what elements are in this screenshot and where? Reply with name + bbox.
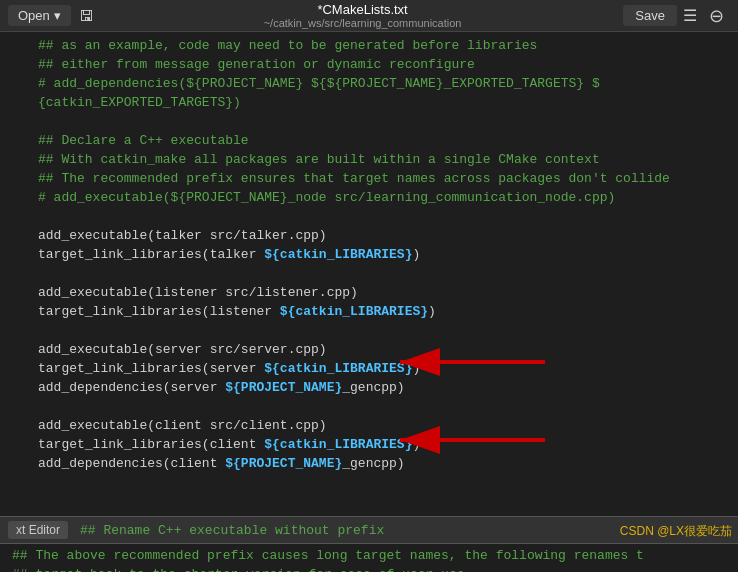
menu-button[interactable]: ☰ [677, 3, 703, 28]
code-line: # add_dependencies(${PROJECT_NAME} ${${P… [0, 74, 738, 93]
empty-line [0, 321, 738, 340]
code-line: target_link_libraries(talker ${catkin_LI… [0, 245, 738, 264]
code-line: # add_executable(${PROJECT_NAME}_node sr… [0, 188, 738, 207]
empty-line [0, 397, 738, 416]
empty-line [0, 264, 738, 283]
code-line: ## With catkin_make all packages are bui… [0, 150, 738, 169]
chevron-down-icon: ▾ [54, 8, 61, 23]
code-line: ## either from message generation or dyn… [0, 55, 738, 74]
code-line: add_executable(listener src/listener.cpp… [0, 283, 738, 302]
code-line: add_executable(server src/server.cpp) [0, 340, 738, 359]
bottom-comment-line-1: ## The above recommended prefix causes l… [6, 546, 732, 565]
code-editor[interactable]: ## as an example, code may need to be ge… [0, 32, 738, 516]
save-button[interactable]: Save [623, 5, 677, 26]
open-label: Open [18, 8, 50, 23]
empty-line [0, 207, 738, 226]
save-icon-button[interactable]: 🖫 [71, 4, 102, 27]
title-center: *CMakeLists.txt ~/catkin_ws/src/learning… [102, 2, 624, 29]
server-dep-line: add_dependencies(server ${PROJECT_NAME}_… [0, 378, 738, 397]
title-bar: Open ▾ 🖫 *CMakeLists.txt ~/catkin_ws/src… [0, 0, 738, 32]
bottom-comments: ## The above recommended prefix causes l… [0, 544, 738, 572]
code-line: add_executable(talker src/talker.cpp) [0, 226, 738, 245]
empty-line [0, 112, 738, 131]
code-line: add_executable(client src/client.cpp) [0, 416, 738, 435]
file-title: *CMakeLists.txt [102, 2, 624, 17]
close-button[interactable]: ⊖ [703, 2, 730, 30]
code-line: {catkin_EXPORTED_TARGETS}) [0, 93, 738, 112]
code-line: target_link_libraries(listener ${catkin_… [0, 302, 738, 321]
client-dep-line: add_dependencies(client ${PROJECT_NAME}_… [0, 454, 738, 473]
code-line: ## The recommended prefix ensures that t… [0, 169, 738, 188]
bottom-comment-line-2: ## target back to the shorter version fo… [6, 565, 732, 572]
code-line: ## Declare a C++ executable [0, 131, 738, 150]
plugin-bar: xt Editor ## Rename C++ executable witho… [0, 516, 738, 544]
plugin-label: xt Editor [8, 521, 68, 539]
open-button[interactable]: Open ▾ [8, 5, 71, 26]
file-path: ~/catkin_ws/src/learning_communication [102, 17, 624, 29]
server-link-line: target_link_libraries(server ${catkin_LI… [0, 359, 738, 378]
plugin-comment: ## Rename C++ executable without prefix [80, 523, 384, 538]
client-link-line: target_link_libraries(client ${catkin_LI… [0, 435, 738, 454]
code-line: ## as an example, code may need to be ge… [0, 36, 738, 55]
